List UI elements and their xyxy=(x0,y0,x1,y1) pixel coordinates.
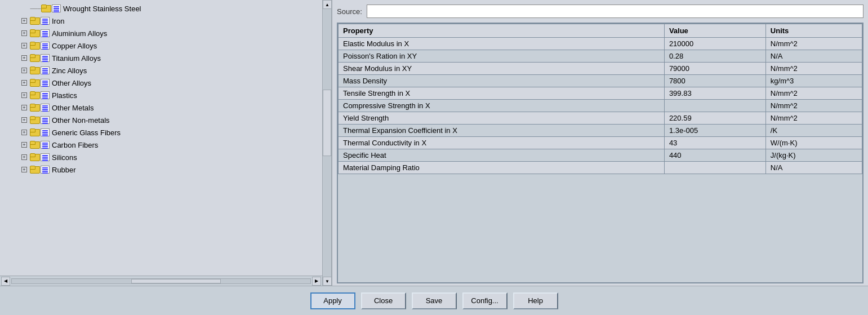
tree-item-other-metals[interactable]: +Other Metals xyxy=(0,101,322,114)
folder-icon-wrought-stainless xyxy=(41,5,50,12)
tree-label-wrought-stainless: Wrought Stainless Steel xyxy=(63,5,141,13)
tree-item-rubber[interactable]: +Rubber xyxy=(0,163,322,176)
expander-wrought-stainless: ─── xyxy=(31,4,40,13)
scroll-down-arrow[interactable]: ▼ xyxy=(323,277,331,286)
list-icon-titanium-alloys xyxy=(41,54,50,62)
list-icon-copper-alloys xyxy=(41,42,50,50)
vertical-scroll-track[interactable] xyxy=(323,9,331,277)
table-row: Compressive Strength in XN/mm^2 xyxy=(339,100,862,112)
prop-value: 79000 xyxy=(664,63,765,75)
prop-units: N/mm^2 xyxy=(765,38,862,50)
prop-name: Material Damping Ratio xyxy=(339,162,665,174)
help-button[interactable]: Help xyxy=(513,292,558,309)
prop-value: 43 xyxy=(664,137,765,149)
expander-silicons[interactable]: + xyxy=(20,153,29,162)
tree-scroll-area: ───Wrought Stainless Steel+Iron+Aluminiu… xyxy=(0,0,322,286)
tree-label-aluminium-alloys: Aluminium Alloys xyxy=(52,29,107,38)
expander-other-alloys[interactable]: + xyxy=(20,78,29,87)
expander-iron[interactable]: + xyxy=(20,16,29,25)
tree-label-iron: Iron xyxy=(52,17,64,25)
tree-item-carbon-fibers[interactable]: +Carbon Fibers xyxy=(0,139,322,151)
table-row: Elastic Modulus in X210000N/mm^2 xyxy=(339,38,862,50)
right-panel: Source: Property Value Units Elastic Mod… xyxy=(332,0,868,286)
apply-button[interactable]: Apply xyxy=(310,292,355,309)
properties-table-wrapper: Property Value Units Elastic Modulus in … xyxy=(337,23,863,283)
folder-icon-aluminium-alloys xyxy=(30,29,39,37)
config-button[interactable]: Config... xyxy=(462,292,508,309)
prop-value: 0.28 xyxy=(664,50,765,63)
table-row: Material Damping RatioN/A xyxy=(339,162,862,174)
expander-other-metals[interactable]: + xyxy=(20,103,29,112)
prop-units: N/mm^2 xyxy=(765,112,862,125)
tree-item-aluminium-alloys[interactable]: +Aluminium Alloys xyxy=(0,27,322,39)
vertical-scrollbar[interactable]: ▲ ▼ xyxy=(322,0,331,286)
close-button[interactable]: Close xyxy=(361,292,406,309)
scroll-right-arrow[interactable]: ▶ xyxy=(312,277,321,286)
horizontal-scrollbar[interactable]: ◀ ▶ xyxy=(0,276,322,286)
expander-generic-glass-fibers[interactable]: + xyxy=(20,128,29,137)
folder-icon-carbon-fibers xyxy=(30,141,39,149)
tree-label-copper-alloys: Copper Alloys xyxy=(52,42,97,50)
expander-titanium-alloys[interactable]: + xyxy=(20,54,29,63)
prop-name: Elastic Modulus in X xyxy=(339,38,665,50)
tree-item-silicons[interactable]: +Silicons xyxy=(0,151,322,163)
expander-zinc-alloys[interactable]: + xyxy=(20,66,29,75)
scroll-up-arrow[interactable]: ▲ xyxy=(323,0,331,9)
prop-value: 210000 xyxy=(664,38,765,50)
folder-icon-other-metals xyxy=(30,104,39,112)
tree-label-rubber: Rubber xyxy=(52,166,76,174)
prop-units: J/(kg·K) xyxy=(765,149,862,162)
expander-copper-alloys[interactable]: + xyxy=(20,41,29,50)
table-row: Thermal Conductivity in X43W/(m·K) xyxy=(339,137,862,149)
tree-item-wrought-stainless[interactable]: ───Wrought Stainless Steel xyxy=(0,2,322,15)
prop-units: N/mm^2 xyxy=(765,87,862,100)
tree-item-other-alloys[interactable]: +Other Alloys xyxy=(0,77,322,89)
tree-item-copper-alloys[interactable]: +Copper Alloys xyxy=(0,39,322,52)
horizontal-scroll-thumb[interactable] xyxy=(131,279,221,283)
tree-label-titanium-alloys: Titanium Alloys xyxy=(52,54,101,63)
expander-aluminium-alloys[interactable]: + xyxy=(20,29,29,38)
prop-value xyxy=(664,162,765,174)
list-icon-wrought-stainless xyxy=(52,5,61,12)
list-icon-iron xyxy=(41,17,50,25)
table-row: Mass Density7800kg/m^3 xyxy=(339,75,862,87)
list-icon-other-non-metals xyxy=(41,116,50,124)
tree-item-generic-glass-fibers[interactable]: +Generic Glass Fibers xyxy=(0,126,322,139)
tree-item-plastics[interactable]: +Plastics xyxy=(0,89,322,101)
expander-rubber[interactable]: + xyxy=(20,165,29,174)
tree-container[interactable]: ───Wrought Stainless Steel+Iron+Aluminiu… xyxy=(0,0,322,276)
folder-icon-other-alloys xyxy=(30,79,39,87)
vertical-scroll-thumb[interactable] xyxy=(323,90,331,157)
tree-label-other-alloys: Other Alloys xyxy=(52,79,91,87)
prop-value xyxy=(664,100,765,112)
expander-plastics[interactable]: + xyxy=(20,91,29,100)
prop-name: Specific Heat xyxy=(339,149,665,162)
folder-icon-iron xyxy=(30,17,39,25)
prop-name: Mass Density xyxy=(339,75,665,87)
tree-item-iron[interactable]: +Iron xyxy=(0,15,322,27)
prop-units: W/(m·K) xyxy=(765,137,862,149)
prop-units: /K xyxy=(765,125,862,137)
table-row: Thermal Expansion Coefficient in X1.3e-0… xyxy=(339,125,862,137)
prop-name: Thermal Conductivity in X xyxy=(339,137,665,149)
source-input[interactable] xyxy=(367,5,863,18)
save-button[interactable]: Save xyxy=(412,292,457,309)
prop-name: Poisson's Ration in XY xyxy=(339,50,665,63)
list-icon-generic-glass-fibers xyxy=(41,128,50,136)
tree-item-zinc-alloys[interactable]: +Zinc Alloys xyxy=(0,64,322,77)
expander-carbon-fibers[interactable]: + xyxy=(20,140,29,149)
list-icon-other-alloys xyxy=(41,79,50,87)
prop-units: N/A xyxy=(765,50,862,63)
expander-other-non-metals[interactable]: + xyxy=(20,116,29,125)
horizontal-scroll-track[interactable] xyxy=(11,278,311,284)
list-icon-other-metals xyxy=(41,104,50,112)
properties-table: Property Value Units Elastic Modulus in … xyxy=(338,24,862,174)
tree-label-plastics: Plastics xyxy=(52,91,77,100)
folder-icon-titanium-alloys xyxy=(30,54,39,62)
scroll-left-arrow[interactable]: ◀ xyxy=(1,277,10,286)
tree-item-titanium-alloys[interactable]: +Titanium Alloys xyxy=(0,52,322,64)
bottom-bar: Apply Close Save Config... Help xyxy=(0,286,868,315)
folder-icon-zinc-alloys xyxy=(30,66,39,74)
prop-value: 399.83 xyxy=(664,87,765,100)
tree-item-other-non-metals[interactable]: +Other Non-metals xyxy=(0,114,322,126)
